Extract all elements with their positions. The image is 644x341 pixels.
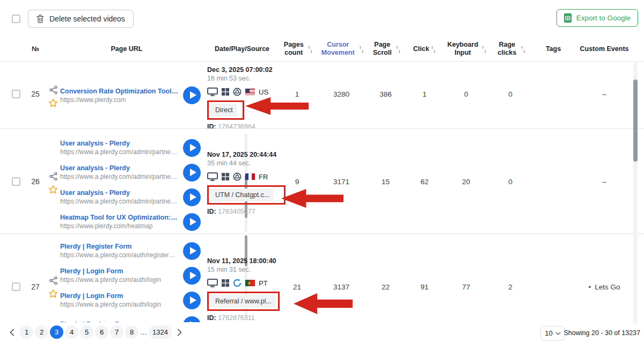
page-entry: User analysis - Plerdy https://www.a.ple… [60, 185, 207, 209]
play-button[interactable] [183, 267, 201, 285]
sort-icon[interactable]: ↑↓ [359, 46, 364, 53]
row-number: 26 [25, 177, 46, 186]
page-button[interactable]: 6 [95, 325, 108, 339]
share-icon[interactable] [49, 85, 58, 95]
column-header-custom-events: Custom Events [575, 45, 634, 53]
play-button[interactable] [183, 242, 201, 260]
sort-icon[interactable]: ↑↓ [481, 46, 487, 53]
fr-flag-icon [245, 173, 255, 180]
page-title-link[interactable]: Plerdy | Login Form [60, 267, 179, 275]
play-button[interactable] [183, 316, 201, 323]
row-checkbox[interactable] [12, 177, 20, 186]
id-label: ID: [207, 208, 216, 215]
column-header-page-scroll[interactable]: Page Scroll↑↓ [365, 41, 406, 57]
share-icon[interactable] [49, 172, 58, 181]
select-all-checkbox[interactable] [12, 14, 20, 23]
id-value: 1764736984 [218, 123, 255, 129]
column-header-cursor-movement[interactable]: Cursor Movement↑↓ [317, 41, 365, 57]
page-entry: User analysis - Plerdy https://www.a.ple… [60, 160, 207, 185]
play-button[interactable] [183, 213, 201, 231]
keyboard-input-value: 0 [443, 62, 489, 128]
page-url-text: https://www.a.plerdy.com/auth/login [60, 301, 179, 308]
page-title-link[interactable]: Heatmap Tool for UX Optimization: Maxi..… [60, 214, 179, 221]
chrome-icon [233, 172, 241, 181]
play-button[interactable] [183, 86, 201, 104]
page-title-link[interactable]: Plerdy | Register Form [60, 243, 179, 250]
click-value: 62 [406, 129, 443, 234]
row-number: 27 [25, 282, 46, 291]
page-button[interactable]: 5 [80, 325, 93, 339]
page-button[interactable]: 1 [20, 325, 33, 339]
sort-icon[interactable]: ↑↓ [308, 46, 313, 53]
column-header-click[interactable]: Click↑↓ [406, 45, 443, 53]
page-title-link[interactable]: Plerdy | Login Form [60, 292, 179, 300]
share-icon[interactable] [49, 276, 58, 285]
us-flag-icon [245, 89, 255, 95]
country-code: PT [259, 279, 268, 287]
row-checkbox[interactable] [12, 282, 20, 291]
cursor-movement-value: 3171 [317, 129, 365, 234]
page-button-active[interactable]: 3 [50, 325, 63, 339]
page-button[interactable]: 1324 [149, 325, 172, 339]
page-entry: Plerdy | Login Form https://www.a.plerdy… [60, 263, 207, 288]
rage-clicks-value: 2 [489, 234, 532, 322]
page-button[interactable]: 8 [125, 325, 138, 339]
country-code: US [259, 88, 268, 96]
custom-events-value: – [575, 62, 634, 128]
page-scroll-value: 15 [365, 129, 406, 234]
tags-value [532, 62, 575, 128]
custom-events-value: – [575, 129, 634, 234]
sort-icon[interactable]: ↑↓ [521, 46, 526, 53]
pt-flag-icon [245, 280, 255, 286]
custom-events-value: •Lets Go [575, 234, 634, 322]
table-row: 25 Conversion Rate Optimization Tools – … [0, 62, 644, 129]
sort-icon[interactable]: ↑↓ [396, 46, 401, 53]
id-label: ID: [207, 314, 216, 322]
session-duration: 15 min 31 sec. [207, 265, 277, 274]
windows-icon [222, 88, 229, 96]
play-button[interactable] [183, 139, 201, 157]
delete-selected-videos-button[interactable]: Delete selected videos [28, 10, 134, 28]
column-header-pages-count[interactable]: Pages count↑↓ [277, 41, 317, 57]
column-header-keyboard-input[interactable]: Keyboard Input↑↓ [443, 41, 489, 57]
previous-page-button[interactable] [5, 325, 18, 339]
star-icon[interactable] [48, 185, 58, 194]
star-icon[interactable] [48, 289, 58, 299]
column-header-date-play-source: Date/Play/Source [207, 45, 277, 53]
next-page-button[interactable] [173, 325, 186, 339]
page-entry: Conversion Rate Optimization Tools – Ple… [60, 83, 207, 108]
row-checkbox[interactable] [12, 90, 20, 98]
google-sheets-icon [564, 13, 572, 23]
rage-clicks-value: 0 [489, 129, 532, 234]
chevron-down-icon [555, 332, 561, 335]
rows-per-page-value: 10 [545, 329, 552, 337]
page-title-link[interactable]: Conversion Rate Optimization Tools – Ple… [60, 88, 179, 95]
page-button[interactable]: 2 [35, 325, 48, 339]
sort-icon[interactable]: ↑↓ [431, 46, 436, 53]
page-title-link[interactable]: Plerdy | Register Form [60, 321, 179, 322]
page-entry: Plerdy | Register Form [60, 313, 207, 322]
page-button[interactable]: 7 [110, 325, 123, 339]
star-icon[interactable] [48, 98, 58, 108]
traffic-source-badge: UTM / Chatgpt.c... [211, 188, 274, 201]
page-title-link[interactable]: User analysis - Plerdy [60, 189, 179, 197]
play-button[interactable] [183, 164, 201, 182]
page-title-link[interactable]: User analysis - Plerdy [60, 140, 179, 147]
column-header-rage-clicks[interactable]: Rage clicks↑↓ [489, 41, 532, 57]
showing-summary: Showing 20 - 30 of 13237 [564, 329, 640, 337]
page-entry: Plerdy | Register Form https://www.a.ple… [60, 238, 207, 263]
click-value: 1 [406, 62, 443, 128]
annotation-red-box: Direct [207, 100, 244, 120]
play-button[interactable] [183, 292, 201, 309]
trash-icon [36, 14, 44, 23]
rows-per-page-select[interactable]: 10 [540, 326, 565, 340]
column-header-num: № [25, 45, 46, 53]
traffic-source-badge: Referral / www.pl... [211, 295, 276, 308]
play-button[interactable] [183, 188, 201, 206]
page-title-link[interactable]: User analysis - Plerdy [60, 164, 179, 172]
page-button[interactable]: 4 [65, 325, 78, 339]
page-scrollbar-thumb[interactable] [633, 79, 638, 162]
session-id-line: ID: 1762876311 [207, 314, 277, 322]
export-to-google-button[interactable]: Export to Google [557, 9, 638, 27]
column-header-page-url: Page URL [46, 45, 207, 53]
